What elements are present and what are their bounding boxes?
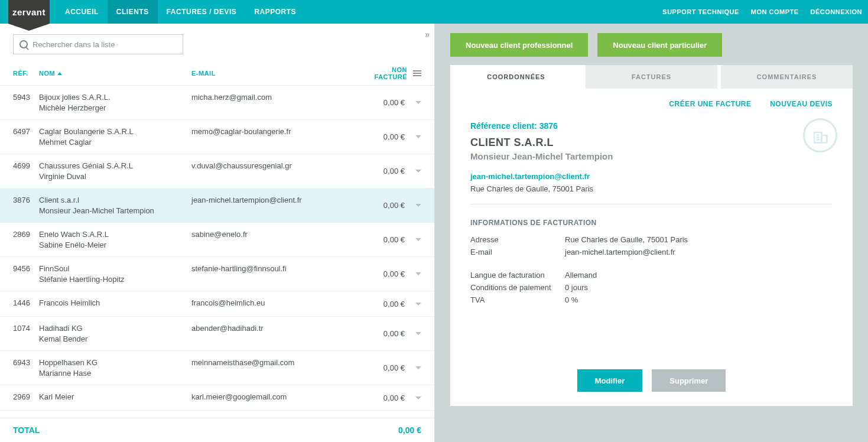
client-row[interactable]: 5943Bijoux jolies S.A.R.L.Michèle Herzbe… — [0, 86, 434, 120]
row-amount: 0,00 € — [383, 394, 405, 402]
nav-accueil[interactable]: ACCUEIL — [56, 0, 108, 24]
client-list-pane: » RÉF. NOM E-MAIL NON FACTURÉ 5943Bijoux… — [0, 24, 435, 442]
delete-button[interactable]: Supprimer — [652, 369, 726, 392]
row-email: abender@hadihadi.tr — [191, 324, 362, 343]
row-amount: 0,00 € — [383, 235, 405, 244]
row-amount: 0,00 € — [383, 201, 405, 210]
client-contact: Monsieur Jean-Michel Tartempion — [470, 151, 833, 161]
nav-compte[interactable]: MON COMPTE — [745, 0, 805, 24]
row-contact: Kemal Bender — [39, 334, 191, 343]
row-contact: Michèle Herzberger — [39, 103, 191, 112]
row-menu-icon[interactable] — [415, 238, 421, 241]
client-list[interactable]: 5943Bijoux jolies S.A.R.L.Michèle Herzbe… — [0, 86, 434, 418]
nav-factures[interactable]: FACTURES / DEVIS — [158, 0, 246, 24]
row-amount: 0,00 € — [383, 167, 405, 176]
row-contact: Sabine Enélo-Meier — [39, 240, 191, 249]
row-menu-icon[interactable] — [415, 396, 421, 399]
row-email: memo@caglar-boulangerie.fr — [191, 127, 362, 147]
billing-addr-value: Rue Charles de Gaulle, 75001 Paris — [565, 235, 688, 244]
row-menu-icon[interactable] — [415, 135, 421, 138]
client-row[interactable]: 1074Hadihadi KGKemal Benderabender@hadih… — [0, 317, 434, 351]
tab-factures[interactable]: FACTURES — [586, 65, 717, 89]
client-row[interactable]: 3876Client s.a.r.lMonsieur Jean-Michel T… — [0, 188, 434, 223]
new-pro-client-button[interactable]: Nouveau client professionnel — [450, 33, 588, 57]
row-amount: 0,00 € — [383, 132, 405, 141]
row-ref: 6943 — [13, 358, 39, 378]
modify-button[interactable]: Modifier — [577, 369, 643, 392]
billing-email-value: jean-michel.tartempion@client.fr — [565, 248, 675, 256]
client-row[interactable]: 6497Caglar Boulangerie S.A.R.LMehmet Cag… — [0, 120, 434, 154]
row-menu-icon[interactable] — [415, 204, 421, 207]
row-amount: 0,00 € — [383, 363, 405, 372]
row-name: Francois Heimlich — [39, 298, 191, 307]
row-amount: 0,00 € — [383, 98, 405, 107]
list-header: RÉF. NOM E-MAIL NON FACTURÉ — [0, 60, 434, 86]
row-menu-icon[interactable] — [415, 101, 421, 104]
row-email: jean-michel.tartempion@client.fr — [191, 196, 362, 215]
client-row[interactable]: 2869Enelo Wach S.A.R.LSabine Enélo-Meier… — [0, 223, 434, 257]
row-menu-icon[interactable] — [415, 272, 421, 275]
nav-logout[interactable]: DÉCONNEXION — [805, 0, 868, 24]
client-panel: COORDONNÉES FACTURES COMMENTAIRES CRÉER … — [450, 65, 853, 406]
row-amount: 0,00 € — [383, 269, 405, 278]
row-ref: 1446 — [13, 298, 39, 309]
row-name: Karl Meier — [39, 392, 191, 401]
row-contact: Stéfanie Haertling-Hopitz — [39, 275, 191, 284]
nav-support[interactable]: SUPPORT TECHNIQUE — [656, 0, 745, 24]
row-ref: 2969 — [13, 392, 39, 403]
col-ref[interactable]: RÉF. — [13, 70, 39, 77]
create-invoice-link[interactable]: CRÉER UNE FACTURE — [669, 100, 751, 108]
client-row[interactable]: 2969Karl Meierkarl.meier@googlemail.com0… — [0, 385, 434, 411]
row-email: karl.meier@googlemail.com — [191, 392, 362, 403]
row-menu-icon[interactable] — [415, 332, 421, 335]
row-email: meinnameisthase@gmail.com — [191, 358, 362, 378]
row-menu-icon[interactable] — [415, 170, 421, 173]
row-menu-icon[interactable] — [415, 303, 421, 306]
tab-coordonnees[interactable]: COORDONNÉES — [450, 65, 582, 89]
row-ref: 2869 — [13, 230, 39, 249]
col-nonfacture-label: NON FACTURÉ — [362, 66, 407, 80]
client-row[interactable]: 1446Francois Heimlichfrancois@heimlich.e… — [0, 291, 434, 317]
detail-pane: Nouveau client professionnel Nouveau cli… — [435, 24, 868, 442]
client-address: Rue Charles de Gaulle, 75001 Paris — [470, 184, 833, 204]
client-name: CLIENT S.A.R.L — [470, 136, 833, 149]
logo[interactable]: zervant — [0, 0, 56, 24]
row-ref: 9456 — [13, 264, 39, 284]
col-nom[interactable]: NOM — [39, 70, 191, 77]
nav-clients[interactable]: CLIENTS — [108, 0, 158, 24]
col-nonfacture[interactable]: NON FACTURÉ — [362, 66, 421, 80]
new-particular-client-button[interactable]: Nouveau client particulier — [597, 33, 722, 57]
client-row[interactable]: 9456FinnSoulStéfanie Haertling-Hopitzste… — [0, 257, 434, 291]
topbar: zervant ACCUEIL CLIENTS FACTURES / DEVIS… — [0, 0, 868, 24]
tab-commentaires[interactable]: COMMENTAIRES — [721, 65, 853, 89]
billing-vat-value: 0 % — [565, 295, 578, 304]
billing-email-label: E-mail — [470, 248, 565, 256]
row-email: sabine@enelo.fr — [191, 230, 362, 249]
collapse-icon[interactable]: » — [425, 30, 430, 39]
row-contact: Mehmet Caglar — [39, 138, 191, 147]
client-row[interactable]: 6943Hoppelhasen KGMarianne Hasemeinnamei… — [0, 351, 434, 385]
row-menu-icon[interactable] — [415, 366, 421, 369]
svg-rect-1 — [822, 135, 827, 143]
company-icon — [803, 118, 837, 152]
search-box[interactable] — [13, 34, 183, 54]
total-bar: TOTAL 0,00 € — [0, 418, 434, 442]
logo-text: zervant — [8, 0, 50, 24]
search-input[interactable] — [32, 40, 177, 49]
billing-lang-value: Allemand — [565, 271, 597, 280]
client-email-link[interactable]: jean-michel.tartempion@client.fr — [470, 172, 833, 181]
total-value: 0,00 € — [398, 425, 421, 435]
row-name: Bijoux jolies S.A.R.L. — [39, 93, 191, 102]
column-menu-icon[interactable] — [413, 70, 421, 76]
col-email[interactable]: E-MAIL — [191, 70, 362, 77]
row-ref: 5943 — [13, 93, 39, 112]
row-name: Hadihadi KG — [39, 324, 191, 333]
row-email: v.duval@chaussuresgenial.gr — [191, 161, 362, 181]
new-quote-link[interactable]: NOUVEAU DEVIS — [770, 100, 833, 108]
row-name: Client s.a.r.l — [39, 196, 191, 204]
topbar-right: SUPPORT TECHNIQUE MON COMPTE DÉCONNEXION — [656, 0, 868, 24]
client-row[interactable]: 4699Chaussures Génial S.A.R.LVirginie Du… — [0, 154, 434, 188]
nav-rapports[interactable]: RAPPORTS — [245, 0, 305, 24]
row-ref: 4699 — [13, 161, 39, 181]
sort-asc-icon — [57, 72, 62, 75]
